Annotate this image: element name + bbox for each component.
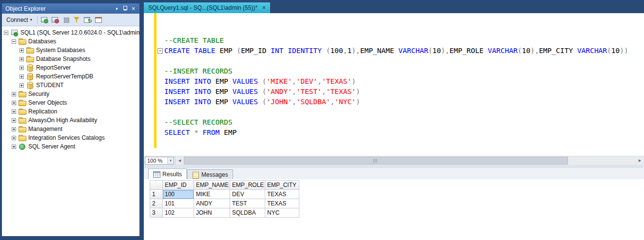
code-line[interactable] — [156, 25, 644, 36]
tree-item-databases[interactable]: −Databases — [2, 37, 139, 46]
folder-icon — [26, 55, 34, 62]
indicator-margin[interactable] — [144, 13, 154, 156]
collapse-icon[interactable]: − — [12, 39, 16, 44]
grid-row-number[interactable]: 3 — [150, 208, 163, 218]
code-token: 'MIKE' — [267, 77, 292, 85]
expand-icon[interactable]: + — [12, 145, 16, 149]
collapse-region-icon[interactable]: − — [157, 48, 163, 54]
code-token: VALUES — [233, 98, 258, 106]
code-token: EMP_ID — [241, 47, 271, 55]
tree-item-security[interactable]: +Security — [2, 90, 139, 98]
tree-item-reportserver[interactable]: +ReportServer — [2, 63, 139, 72]
disconnect-button[interactable] — [51, 15, 60, 25]
code-line[interactable]: −CREATE TABLE EMP (EMP_ID INT IDENTITY (… — [156, 46, 644, 56]
grid-cell[interactable]: SQLDBA — [230, 208, 265, 218]
grid-cell[interactable]: TEST — [230, 199, 265, 208]
grid-cell[interactable]: DEV — [230, 190, 265, 199]
code-token: )) — [620, 47, 628, 55]
expand-icon[interactable]: + — [20, 57, 24, 61]
code-line[interactable]: --INSERT RECORDS — [156, 66, 644, 76]
expand-icon[interactable]: + — [12, 110, 16, 114]
tree-item-server-objects[interactable]: +Server Objects — [2, 98, 139, 107]
connect-server-button[interactable] — [40, 15, 50, 25]
expand-icon[interactable]: + — [20, 74, 24, 79]
expand-icon[interactable]: + — [12, 92, 16, 96]
script-options-icon — [95, 17, 102, 23]
scroll-right-icon[interactable]: ▶ — [636, 156, 644, 165]
grid-cell[interactable]: JOHN — [194, 208, 230, 218]
scrollbar-thumb[interactable] — [184, 157, 568, 165]
auto-hide-pin-icon[interactable] — [121, 4, 129, 13]
grid-cell[interactable]: MIKE — [194, 190, 230, 199]
tab-messages[interactable]: Messages — [187, 169, 233, 179]
grid-corner-cell[interactable] — [150, 181, 163, 190]
collapse-icon[interactable]: − — [4, 31, 8, 35]
tree-item-label: AlwaysOn High Availability — [28, 117, 97, 124]
folder-icon — [19, 91, 26, 97]
grid-cell[interactable]: ANDY — [194, 199, 230, 208]
tree-item-management[interactable]: +Management — [2, 125, 139, 133]
tab-sqlquery1[interactable]: SQLQuery1.sql - SQ...(SQL1\admin (55))* … — [144, 2, 270, 13]
code-token: FROM — [203, 129, 220, 136]
expand-icon[interactable]: + — [20, 83, 24, 88]
code-line[interactable]: INSERT INTO EMP VALUES ('JOHN','SQLDBA',… — [156, 97, 644, 107]
code-token: , — [331, 98, 335, 106]
expand-icon[interactable]: + — [12, 136, 16, 140]
code-token: 'TEST' — [296, 88, 322, 95]
grid-column-header-emp-role[interactable]: EMP_ROLE — [230, 181, 265, 190]
tab-results[interactable]: Results — [148, 168, 187, 179]
code-area[interactable]: --CREATE TABLE−CREATE TABLE EMP (EMP_ID … — [156, 13, 644, 156]
tree-item-integration-services-catalogs[interactable]: +Integration Services Catalogs — [2, 133, 139, 142]
scrollbar-track[interactable] — [184, 156, 636, 165]
grid-column-header-emp-id[interactable]: EMP_ID — [163, 181, 194, 190]
code-token: VALUES — [233, 77, 258, 85]
script-options-button[interactable] — [94, 15, 103, 25]
tree-item-database-snapshots[interactable]: +Database Snapshots — [2, 55, 139, 63]
stop-button[interactable] — [61, 15, 71, 25]
expand-icon[interactable]: + — [12, 101, 16, 105]
grid-column-header-emp-name[interactable]: EMP_NAME — [194, 181, 230, 190]
expand-icon[interactable]: + — [12, 127, 16, 131]
tab-close-icon[interactable]: × — [262, 4, 266, 11]
object-explorer-toolbar-icons — [40, 15, 103, 25]
tree-item-replication[interactable]: +Replication — [2, 107, 139, 116]
tree-item-alwayson-high-availability[interactable]: +AlwaysOn High Availability — [2, 116, 139, 125]
filter-button[interactable] — [72, 15, 82, 25]
grid-cell[interactable]: TEXAS — [265, 190, 299, 199]
window-position-menu-icon[interactable]: ▾ — [113, 4, 121, 13]
code-line[interactable] — [156, 56, 644, 66]
code-line[interactable] — [156, 15, 644, 25]
grid-cell[interactable]: TEXAS — [265, 199, 299, 208]
grid-cell[interactable]: 101 — [163, 199, 194, 208]
grid-cell[interactable]: 102 — [163, 208, 194, 218]
grid-row-number[interactable]: 1 — [150, 190, 163, 199]
grid-column-header-emp-city[interactable]: EMP_CITY — [265, 181, 299, 190]
code-line[interactable]: SELECT * FROM EMP — [156, 128, 644, 138]
tree-item-reportservertempdb[interactable]: +ReportServerTempDB — [2, 72, 139, 81]
code-line[interactable]: --CREATE TABLE — [156, 36, 644, 46]
tree-item-label: Database Snapshots — [36, 55, 90, 62]
grid-cell[interactable]: NYC — [265, 208, 299, 218]
tree-item-sql-server-agent[interactable]: +SQL Server Agent — [2, 142, 139, 151]
refresh-window-button[interactable] — [83, 15, 93, 25]
expand-icon[interactable]: + — [20, 66, 24, 70]
expand-icon[interactable]: + — [20, 48, 24, 53]
connect-button[interactable]: Connect ▾ — [4, 16, 35, 24]
scroll-left-icon[interactable]: ◀ — [176, 156, 184, 165]
tree-item-system-databases[interactable]: +System Databases — [2, 46, 139, 55]
code-line[interactable] — [156, 107, 644, 117]
code-line[interactable]: INSERT INTO EMP VALUES ('ANDY','TEST','T… — [156, 87, 644, 97]
zoom-dropdown-icon[interactable]: ▾ — [167, 157, 174, 164]
code-token: ) — [351, 77, 356, 85]
tree-item-student[interactable]: +STUDENT — [2, 81, 139, 90]
close-icon[interactable]: × — [129, 4, 137, 13]
grid-row-number[interactable]: 2 — [150, 199, 163, 208]
code-line[interactable]: --SELECT RECORDS — [156, 117, 644, 128]
zoom-control[interactable]: 100 % ▾ — [145, 157, 174, 165]
code-line[interactable]: INSERT INTO EMP VALUES ('MIKE','DEV','TE… — [156, 76, 644, 87]
object-explorer-titlebar[interactable]: Object Explorer ▾ × — [2, 3, 139, 14]
tree-item-sql1-sql-server-12-0-6024-0-sql1-admin[interactable]: −SQL1 (SQL Server 12.0.6024.0 - SQL1\adm… — [2, 28, 139, 37]
results-grid-icon — [153, 171, 160, 177]
grid-cell[interactable]: 100 — [163, 190, 194, 199]
expand-icon[interactable]: + — [12, 118, 16, 123]
